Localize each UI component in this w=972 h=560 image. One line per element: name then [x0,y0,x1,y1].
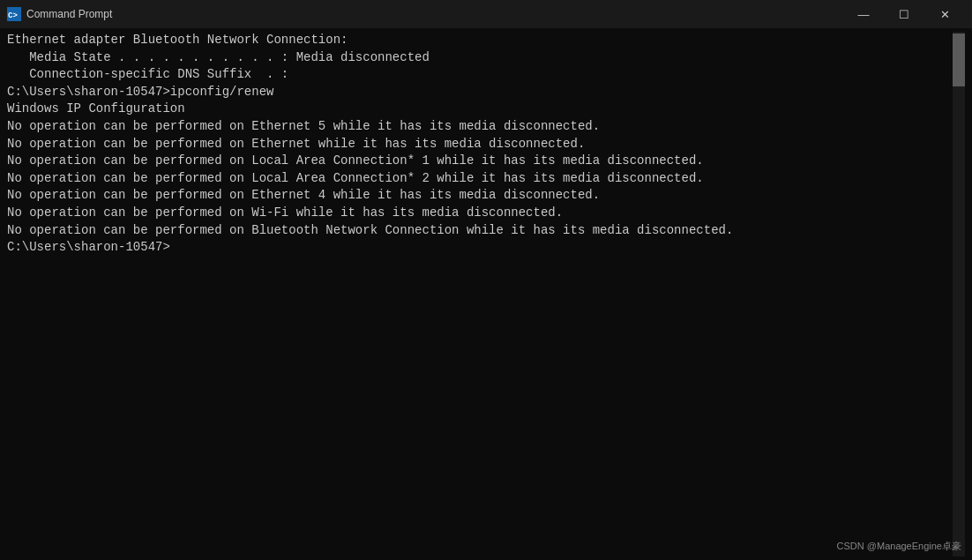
terminal-line: No operation can be performed on Local A… [7,170,953,188]
maximize-button[interactable]: ☐ [884,0,924,28]
window-title: Command Prompt [26,8,843,20]
terminal-line: No operation can be performed on Etherne… [7,187,953,205]
terminal-line: Ethernet adapter Bluetooth Network Conne… [7,32,953,49]
terminal-area[interactable]: Ethernet adapter Bluetooth Network Conne… [0,28,972,560]
title-bar: C> Command Prompt — ☐ ✕ [0,0,972,28]
app-icon: C> [7,7,21,21]
minimize-button[interactable]: — [843,0,884,28]
terminal-line: Connection-specific DNS Suffix . : [7,66,953,84]
terminal-line: No operation can be performed on Bluetoo… [7,222,953,240]
scrollbar[interactable] [953,32,965,556]
svg-text:C>: C> [8,11,18,20]
terminal-line: C:\Users\sharon-10547>ipconfig/renew [7,84,953,101]
terminal-line: Media State . . . . . . . . . . . : Medi… [7,49,953,67]
scrollbar-thumb[interactable] [953,34,965,86]
watermark: CSDN @ManageEngine卓豪 [837,540,961,553]
close-button[interactable]: ✕ [924,0,965,28]
terminal-line: No operation can be performed on Etherne… [7,136,953,153]
terminal-line: No operation can be performed on Etherne… [7,118,953,136]
command-prompt-window: C> Command Prompt — ☐ ✕ Ethernet adapter… [0,0,972,560]
window-controls: — ☐ ✕ [843,0,965,28]
terminal-line: C:\Users\sharon-10547> [7,239,953,257]
terminal-line: Windows IP Configuration [7,101,953,118]
terminal-line: No operation can be performed on Wi-Fi w… [7,205,953,222]
terminal-output: Ethernet adapter Bluetooth Network Conne… [7,32,953,556]
terminal-line: No operation can be performed on Local A… [7,153,953,170]
